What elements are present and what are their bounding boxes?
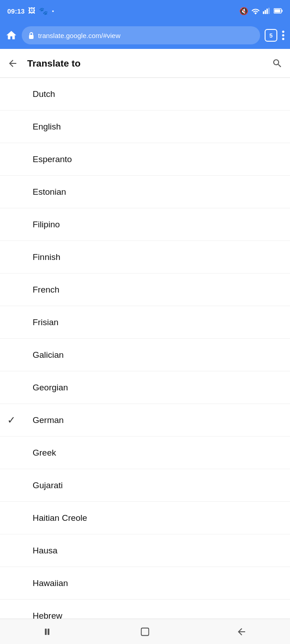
language-item-gujarati[interactable]: Gujarati	[0, 469, 290, 502]
language-name-galician: Galician	[33, 350, 64, 360]
nav-back-button[interactable]	[228, 623, 255, 641]
language-item-estonian[interactable]: Estonian	[0, 176, 290, 208]
svg-rect-12	[48, 629, 49, 635]
address-bar: translate.google.com/#view 5	[0, 22, 290, 49]
language-name-filipino: Filipino	[33, 220, 60, 230]
more-options-button[interactable]	[282, 30, 285, 41]
language-name-german: German	[33, 415, 64, 425]
language-item-german[interactable]: ✓German	[0, 404, 290, 437]
search-button[interactable]	[272, 58, 283, 69]
svg-rect-6	[275, 10, 280, 13]
language-name-georgian: Georgian	[33, 383, 68, 393]
language-item-hausa[interactable]: Hausa	[0, 534, 290, 567]
activity-icon: 🐾	[39, 7, 48, 15]
language-item-esperanto[interactable]: Esperanto	[0, 143, 290, 176]
navigation-bar	[0, 619, 290, 644]
tab-count-badge[interactable]: 5	[265, 29, 277, 42]
language-item-dutch[interactable]: Dutch	[0, 78, 290, 111]
language-name-haitian-creole: Haitian Creole	[33, 513, 87, 523]
photo-icon: 🖼	[28, 7, 35, 15]
language-name-finnish: Finnish	[33, 252, 60, 262]
language-name-dutch: Dutch	[33, 89, 55, 99]
language-item-greek[interactable]: Greek	[0, 437, 290, 469]
nav-home-button[interactable]	[131, 623, 159, 641]
wifi-icon	[251, 7, 260, 14]
url-bar[interactable]: translate.google.com/#view	[22, 26, 260, 44]
signal-icon	[263, 8, 271, 14]
language-name-greek: Greek	[33, 448, 56, 458]
svg-rect-0	[263, 11, 264, 14]
lock-icon	[28, 32, 34, 39]
language-name-hawaiian: Hawaiian	[33, 578, 68, 588]
status-bar-left: 09:13 🖼 🐾 ●	[7, 7, 54, 15]
svg-rect-1	[265, 10, 266, 14]
svg-rect-13	[141, 628, 149, 635]
language-name-french: French	[33, 285, 59, 295]
language-item-georgian[interactable]: Georgian	[0, 371, 290, 404]
language-list: DutchEnglishEsperantoEstonianFilipinoFin…	[0, 78, 290, 632]
language-item-galician[interactable]: Galician	[0, 339, 290, 371]
svg-rect-5	[282, 10, 283, 12]
language-item-finnish[interactable]: Finnish	[0, 241, 290, 274]
svg-rect-11	[45, 629, 47, 635]
language-item-french[interactable]: French	[0, 274, 290, 306]
nav-menu-button[interactable]	[35, 623, 62, 641]
back-button[interactable]	[7, 58, 18, 69]
language-item-hawaiian[interactable]: Hawaiian	[0, 567, 290, 600]
status-time: 09:13	[7, 7, 24, 15]
checkmark-german: ✓	[7, 414, 30, 426]
svg-rect-7	[29, 35, 34, 39]
status-bar: 09:13 🖼 🐾 ● 🔇	[0, 0, 290, 22]
url-text: translate.google.com/#view	[38, 32, 254, 39]
dot-icon: ●	[52, 9, 54, 13]
language-name-english: English	[33, 122, 61, 132]
language-name-esperanto: Esperanto	[33, 154, 72, 164]
svg-point-8	[282, 31, 285, 33]
language-name-gujarati: Gujarati	[33, 481, 63, 490]
battery-icon	[274, 8, 283, 14]
page-title: Translate to	[27, 58, 263, 69]
svg-point-9	[282, 34, 285, 37]
svg-point-10	[282, 38, 285, 40]
svg-rect-3	[268, 8, 270, 14]
language-item-english[interactable]: English	[0, 111, 290, 143]
page-header: Translate to	[0, 49, 290, 78]
mute-icon: 🔇	[239, 7, 248, 15]
language-name-frisian: Frisian	[33, 317, 58, 327]
language-name-hausa: Hausa	[33, 546, 58, 556]
home-button[interactable]	[5, 29, 17, 41]
svg-rect-2	[266, 9, 268, 14]
language-name-estonian: Estonian	[33, 187, 66, 197]
language-item-filipino[interactable]: Filipino	[0, 208, 290, 241]
language-item-frisian[interactable]: Frisian	[0, 306, 290, 339]
status-bar-right: 🔇	[239, 7, 283, 15]
language-item-haitian-creole[interactable]: Haitian Creole	[0, 502, 290, 534]
